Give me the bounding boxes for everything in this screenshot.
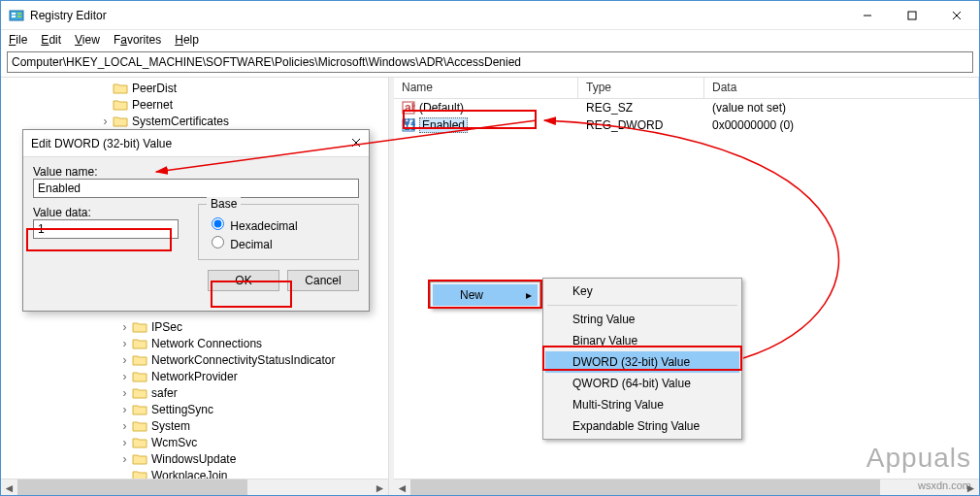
tree-item-label: Network Connections <box>151 337 262 350</box>
radio-dec[interactable]: Decimal <box>207 233 350 251</box>
expand-icon[interactable]: › <box>117 370 132 383</box>
submenu-arrow-icon: ▸ <box>526 288 532 302</box>
tree-item[interactable]: ›NetworkProvider <box>1 368 238 384</box>
folder-icon <box>132 337 147 350</box>
folder-icon <box>132 436 147 449</box>
col-type[interactable]: Type <box>578 78 704 98</box>
tree-item[interactable]: ›safer <box>1 384 178 401</box>
expand-icon[interactable] <box>98 82 113 95</box>
string-value-icon: ab <box>402 101 415 115</box>
expand-icon[interactable]: › <box>117 452 132 466</box>
value-data-input[interactable] <box>33 219 179 239</box>
ctx-item[interactable]: Binary Value <box>545 330 739 351</box>
expand-icon[interactable] <box>98 98 113 112</box>
ok-button[interactable]: OK <box>208 270 279 291</box>
expand-icon[interactable]: › <box>117 419 132 433</box>
scroll-left-icon[interactable]: ◄ <box>394 479 410 495</box>
folder-icon <box>132 320 147 334</box>
title-bar[interactable]: Registry Editor <box>1 1 979 30</box>
list-row[interactable]: 011110EnabledREG_DWORD0x00000000 (0) <box>394 116 979 134</box>
tree-item[interactable]: ›NetworkConnectivityStatusIndicator <box>1 351 335 368</box>
col-name[interactable]: Name <box>394 78 578 98</box>
folder-icon <box>132 353 147 367</box>
scroll-thumb[interactable] <box>410 479 880 495</box>
registry-editor-window: Registry Editor File Edit View Favorites… <box>0 0 980 496</box>
tree-item[interactable]: Peernet <box>1 96 173 113</box>
ctx-item[interactable]: QWORD (64-bit) Value <box>545 373 739 394</box>
value-type: REG_SZ <box>578 101 704 115</box>
ctx-item[interactable]: Multi-String Value <box>545 394 739 415</box>
window-title: Registry Editor <box>30 9 107 22</box>
menu-bar: File Edit View Favorites Help <box>1 30 979 50</box>
dialog-close-icon[interactable] <box>351 137 361 150</box>
svg-rect-2 <box>12 16 16 17</box>
svg-rect-6 <box>908 12 916 19</box>
tree-item-label: PeerDist <box>132 82 177 95</box>
ctx-item[interactable]: Expandable String Value <box>545 415 739 437</box>
expand-icon[interactable]: › <box>98 115 113 128</box>
expand-icon[interactable]: › <box>117 337 132 350</box>
tree-item[interactable]: ›IPSec <box>1 318 182 335</box>
expand-icon[interactable]: › <box>117 403 132 416</box>
tree-item[interactable]: ›Network Connections <box>1 335 262 351</box>
edit-dword-dialog: Edit DWORD (32-bit) Value Value name: Va… <box>22 129 370 312</box>
svg-text:110: 110 <box>404 119 415 132</box>
folder-icon <box>132 419 147 433</box>
value-name: Enabled <box>419 117 468 133</box>
value-type: REG_DWORD <box>578 118 704 132</box>
value-data: (value not set) <box>704 101 979 115</box>
close-button[interactable] <box>934 1 979 30</box>
tree-item-label: safer <box>151 386 178 400</box>
ctx-new-item[interactable]: New ▸ <box>433 284 538 306</box>
col-data[interactable]: Data <box>704 78 979 98</box>
folder-icon <box>113 115 128 128</box>
menu-favorites[interactable]: Favorites <box>114 33 161 47</box>
folder-icon <box>113 98 128 112</box>
ctx-item[interactable]: Key <box>545 281 739 302</box>
folder-icon <box>113 82 128 95</box>
list-header: Name Type Data <box>394 78 979 99</box>
value-data-label: Value data: <box>33 206 179 219</box>
tree-item-label: SettingSync <box>151 403 213 416</box>
expand-icon[interactable]: › <box>117 353 132 367</box>
scroll-thumb[interactable] <box>17 479 247 495</box>
tree-item[interactable]: ›WindowsUpdate <box>1 450 236 467</box>
list-row[interactable]: ab(Default)REG_SZ(value not set) <box>394 99 979 116</box>
menu-view[interactable]: View <box>75 33 100 47</box>
ctx-item[interactable]: String Value <box>545 309 739 330</box>
tree-item-label: NetworkConnectivityStatusIndicator <box>151 353 335 367</box>
svg-text:ab: ab <box>405 101 415 115</box>
scroll-right-icon[interactable]: ► <box>372 479 388 495</box>
cancel-button[interactable]: Cancel <box>287 270 359 291</box>
tree-item[interactable]: PeerDist <box>1 80 177 96</box>
minimize-button[interactable] <box>845 1 890 30</box>
tree-item-label: System <box>151 419 190 433</box>
dialog-title-bar[interactable]: Edit DWORD (32-bit) Value <box>23 130 369 157</box>
value-data: 0x00000000 (0) <box>704 118 979 132</box>
app-icon <box>9 8 24 23</box>
scroll-left-icon[interactable]: ◄ <box>1 479 17 495</box>
tree-item[interactable]: ›WcmSvc <box>1 434 197 450</box>
value-name-input[interactable] <box>33 179 359 198</box>
ctx-item[interactable]: DWORD (32-bit) Value <box>545 351 739 373</box>
menu-separator <box>547 305 737 306</box>
base-legend: Base <box>207 197 241 211</box>
expand-icon[interactable]: › <box>117 386 132 400</box>
address-text: Computer\HKEY_LOCAL_MACHINE\SOFTWARE\Pol… <box>12 55 521 69</box>
radio-hex[interactable]: Hexadecimal <box>207 215 350 233</box>
address-bar[interactable]: Computer\HKEY_LOCAL_MACHINE\SOFTWARE\Pol… <box>7 51 973 73</box>
expand-icon[interactable]: › <box>117 320 132 334</box>
tree-item[interactable]: ›System <box>1 417 190 434</box>
tree-item-label: NetworkProvider <box>151 370 238 383</box>
tree-item[interactable]: ›SettingSync <box>1 401 213 417</box>
maximize-button[interactable] <box>890 1 934 30</box>
expand-icon[interactable]: › <box>117 436 132 449</box>
list-hscroll[interactable]: ◄ ► <box>394 479 979 495</box>
menu-help[interactable]: Help <box>175 33 199 47</box>
tree-hscroll[interactable]: ◄ ► <box>1 479 388 495</box>
menu-edit[interactable]: Edit <box>41 33 61 47</box>
menu-file[interactable]: File <box>9 33 27 47</box>
tree-item-label: IPSec <box>151 320 182 334</box>
tree-item[interactable]: ›SystemCertificates <box>1 113 229 129</box>
scroll-right-icon[interactable]: ► <box>963 479 979 495</box>
